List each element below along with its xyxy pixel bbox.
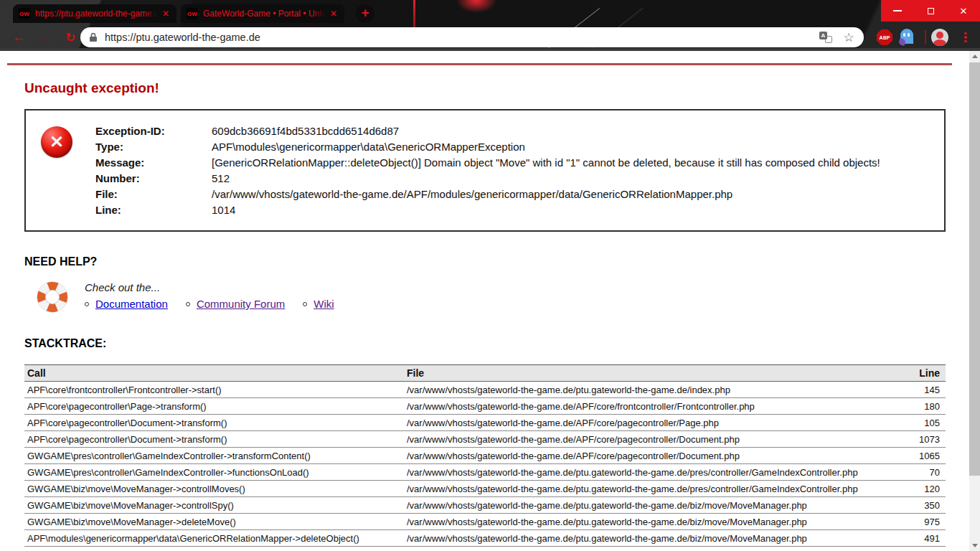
forward-button[interactable]: → (34, 27, 55, 47)
browser-chrome: GW https://ptu.gateworld-the-game.de ✕ G… (0, 0, 980, 51)
help-intro: Check out the... (85, 281, 352, 295)
line-cell: 350 (888, 497, 946, 514)
close-icon: ✕ (960, 6, 968, 17)
minimize-icon (893, 10, 902, 11)
table-row: GWGAME\pres\controller\GameIndexControll… (24, 448, 946, 464)
back-button[interactable]: ← (9, 27, 29, 47)
table-row: APF\modules\genericormapper\data\Generic… (24, 530, 946, 547)
scrollbar-thumb[interactable] (969, 62, 980, 476)
stacktrace-header-row: Call File Line (24, 365, 946, 382)
exception-field-label: File: (95, 187, 212, 202)
line-cell: 1073 (888, 431, 946, 448)
avatar-body (933, 39, 946, 46)
exception-details: Exception-ID:609dcb36691f4bd5331bcdd6514… (95, 123, 937, 218)
close-button[interactable]: ✕ (947, 0, 980, 22)
gw-favicon-icon: GW (187, 8, 198, 19)
translate-icon-front: A (819, 32, 827, 39)
new-tab-button[interactable]: + (356, 4, 374, 23)
line-cell: 1065 (888, 448, 946, 464)
column-header-call: Call (24, 365, 404, 382)
file-cell: /var/www/vhosts/gateworld-the-game.de/AP… (404, 398, 888, 415)
call-cell: APF\core\pagecontroller\Document->transf… (24, 431, 404, 448)
url-text: https://ptu.gateworld-the-game.de (105, 32, 819, 43)
table-row: APF\core\pagecontroller\Document->transf… (24, 415, 946, 431)
translate-icon[interactable]: A (819, 32, 832, 43)
minimize-button[interactable] (881, 0, 914, 22)
page-content: Uncaught exception! ✕ Exception-ID:609dc… (0, 51, 969, 551)
toolbar-separator (925, 30, 926, 44)
restore-button[interactable] (914, 0, 947, 22)
profile-avatar[interactable] (931, 29, 948, 46)
scroll-down-icon[interactable] (969, 540, 980, 551)
exception-field-label: Line: (95, 202, 212, 218)
theme-art-red-glow (456, 0, 496, 13)
line-cell: 120 (888, 481, 946, 497)
call-cell: GWGAME\pres\controller\GameIndexControll… (24, 448, 404, 464)
bullet-icon (85, 302, 89, 306)
column-header-line: Line (888, 365, 946, 382)
wiki-link[interactable]: Wiki (314, 298, 334, 310)
call-cell: APF\core\frontcontroller\Frontcontroller… (24, 382, 404, 398)
vertical-scrollbar[interactable] (969, 51, 980, 551)
lifebuoy-icon (36, 281, 69, 314)
file-cell: /var/www/vhosts/gateworld-the-game.de/AP… (404, 415, 888, 431)
address-bar[interactable]: https://ptu.gateworld-the-game.de A ☆ (80, 27, 864, 47)
exception-box: ✕ Exception-ID:609dcb36691f4bd5331bcdd65… (24, 109, 946, 232)
call-cell: APF\core\pagecontroller\Document->transf… (24, 415, 404, 431)
reload-button[interactable]: ↻ (60, 27, 80, 47)
community-forum-link[interactable]: Community Forum (197, 298, 285, 310)
table-row: APF\core\pagecontroller\Document->transf… (24, 431, 946, 448)
gw-favicon-icon: GW (19, 8, 30, 19)
need-help-heading: NEED HELP? (24, 255, 969, 268)
exception-field-value: 512 (212, 171, 937, 187)
file-cell: /var/www/vhosts/gateworld-the-game.de/pt… (404, 514, 888, 530)
file-cell: /var/www/vhosts/gateworld-the-game.de/pt… (404, 530, 888, 547)
exception-field-value: 609dcb36691f4bd5331bcdd6514d6d87 (212, 123, 937, 139)
exception-field-label: Message: (95, 155, 212, 171)
table-row: GWGAME\biz\move\MoveManager->controllMov… (24, 481, 946, 497)
line-cell: 180 (888, 398, 946, 415)
tab-close-icon[interactable]: ✕ (329, 9, 339, 19)
tab-close-icon[interactable]: ✕ (161, 9, 171, 19)
avatar-head (936, 32, 943, 39)
bookmark-star-icon[interactable]: ☆ (842, 32, 855, 44)
exception-field-value: APF\modules\genericormapper\data\Generic… (212, 139, 937, 155)
browser-menu-icon[interactable] (962, 30, 969, 44)
call-cell: APF\core\pagecontroller\Page->transform(… (24, 398, 404, 415)
lock-icon (89, 32, 98, 42)
table-row: GWGAME\biz\move\MoveManager->controllSpy… (24, 497, 946, 514)
ghost-icon (900, 29, 913, 44)
call-cell: GWGAME\biz\move\MoveManager->controllSpy… (24, 497, 404, 514)
line-cell: 975 (888, 514, 946, 530)
file-cell: /var/www/vhosts/gateworld-the-game.de/AP… (404, 431, 888, 448)
tab-active[interactable]: GW https://ptu.gateworld-the-game.de ✕ (13, 4, 176, 23)
exception-field-label: Number: (95, 171, 212, 187)
file-cell: /var/www/vhosts/gateworld-the-game.de/AP… (404, 448, 888, 464)
exception-field-value: /var/www/vhosts/gateworld-the-game.de/AP… (212, 187, 937, 202)
top-rule (7, 63, 952, 65)
table-row: GWGAME\biz\move\MoveManager->deleteMove(… (24, 514, 946, 530)
tab-background[interactable]: GW GateWorld-Game • Portal • Unive ✕ (181, 4, 344, 23)
line-cell: 145 (888, 382, 946, 398)
table-row: GWGAME\pres\controller\GameIndexControll… (24, 464, 946, 481)
error-icon: ✕ (41, 126, 72, 158)
restore-icon (928, 8, 934, 14)
call-cell: APF\modules\genericormapper\data\Generic… (24, 530, 404, 547)
exception-field-value: 1014 (212, 202, 937, 218)
file-cell: /var/www/vhosts/gateworld-the-game.de/pt… (404, 464, 888, 481)
call-cell: GWGAME\pres\controller\GameIndexControll… (24, 464, 404, 481)
exception-field-value: [GenericORRelationMapper::deleteObject()… (212, 155, 937, 171)
adblock-extension-icon[interactable]: ABP (877, 29, 892, 45)
exception-field-label: Type: (95, 139, 212, 155)
ghostery-extension-icon[interactable] (900, 29, 915, 45)
documentation-link[interactable]: Documentation (95, 298, 168, 310)
exception-field-label: Exception-ID: (95, 123, 212, 139)
table-row: APF\core\pagecontroller\Page->transform(… (24, 398, 946, 415)
help-section: Check out the... Documentation Community… (36, 281, 969, 314)
file-cell: /var/www/vhosts/gateworld-the-game.de/pt… (404, 481, 888, 497)
stacktrace-heading: STACKTRACE: (24, 337, 969, 350)
stacktrace-table: Call File Line APF\core\frontcontroller\… (24, 364, 946, 547)
scroll-up-icon[interactable] (969, 51, 980, 62)
tab-title: https://ptu.gateworld-the-game.de (35, 9, 158, 19)
bullet-icon (303, 302, 307, 306)
